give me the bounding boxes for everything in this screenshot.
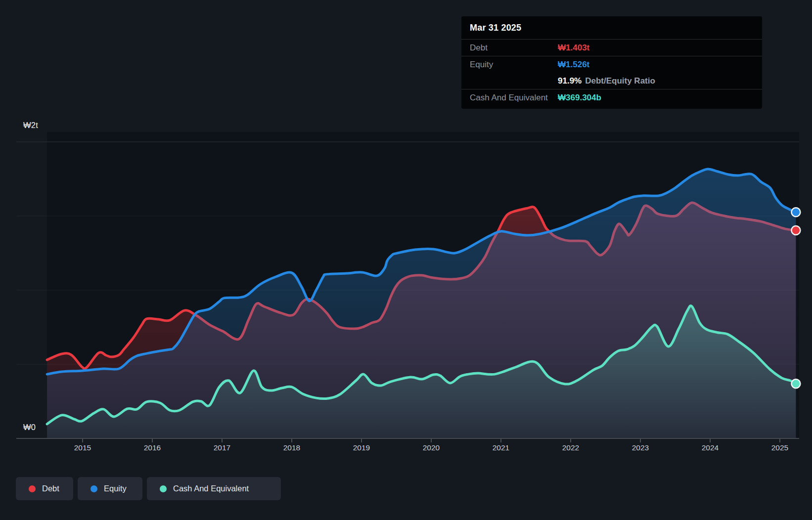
tooltip-ratio: 91.9%Debt/Equity Ratio [558,76,655,86]
tooltip-date: Mar 31 2025 [461,16,762,39]
x-axis-label-2018: 2018 [272,443,312,452]
x-axis-label-2016: 2016 [133,443,172,452]
tooltip-debt-value: ₩1.403t [558,43,589,53]
debt-legend-dot-icon [29,485,36,492]
legend-label: Cash And Equivalent [173,484,249,493]
x-axis-label-2024: 2024 [690,443,730,452]
legend-item-equity[interactable]: Equity [78,477,142,500]
tooltip-equity-label: Equity [461,60,558,70]
cash-and-equivalent-endpoint-marker [791,379,800,388]
x-axis-label-2022: 2022 [551,443,590,452]
legend-label: Debt [42,484,59,493]
cash-and-equivalent-legend-dot-icon [160,485,167,492]
tooltip-row-equity: Equity ₩1.526t [461,56,762,73]
x-axis-label-2025: 2025 [760,443,800,452]
debt-endpoint-marker [791,226,800,235]
y-axis-label-0: ₩0 [23,423,36,432]
x-axis-label-2021: 2021 [481,443,521,452]
ratio-percent: 91.9% [558,76,582,86]
x-axis-label-2020: 2020 [411,443,451,452]
balance-sheet-history-chart: ₩2t ₩0 201520162017201820192020202120222… [0,0,812,520]
tooltip-cash-label: Cash And Equivalent [461,93,558,103]
x-axis-label-2023: 2023 [621,443,660,452]
tooltip-cash-value: ₩369.304b [558,93,601,103]
legend-item-cash-and-equivalent[interactable]: Cash And Equivalent [147,477,281,500]
legend-label: Equity [104,484,127,493]
tooltip-row-cash: Cash And Equivalent ₩369.304b [461,89,762,106]
tooltip-row-ratio: 91.9%Debt/Equity Ratio [461,73,762,89]
tooltip-row-debt: Debt ₩1.403t [461,39,762,56]
equity-endpoint-marker [791,208,800,217]
y-axis-label-2t: ₩2t [23,121,38,130]
equity-legend-dot-icon [90,485,97,492]
x-axis: 2015201620172018201920202021202220232024… [0,443,812,454]
x-axis-label-2015: 2015 [63,443,102,452]
x-axis-label-2019: 2019 [342,443,381,452]
chart-tooltip: Mar 31 2025 Debt ₩1.403t Equity ₩1.526t … [461,16,762,109]
x-axis-label-2017: 2017 [202,443,242,452]
tooltip-debt-label: Debt [461,43,558,53]
tooltip-equity-value: ₩1.526t [558,60,589,70]
ratio-text: Debt/Equity Ratio [585,76,655,86]
legend-item-debt[interactable]: Debt [16,477,73,500]
